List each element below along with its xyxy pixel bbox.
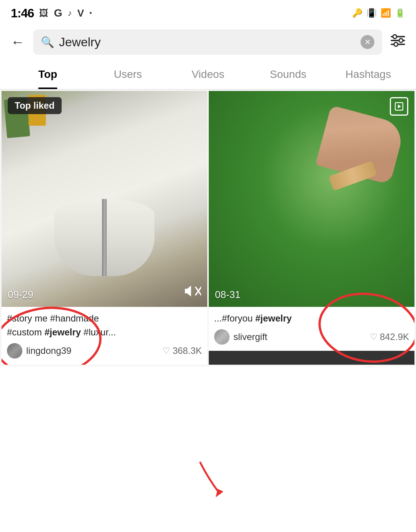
wifi-icon: 📶 bbox=[381, 8, 391, 18]
username-2: slivergift bbox=[233, 332, 366, 342]
tiktok-icon: ♪ bbox=[68, 8, 72, 18]
like-count-1: 368.3K bbox=[173, 345, 202, 356]
likes-1: ♡ 368.3K bbox=[163, 345, 202, 356]
video-tags-2: ...#foryou #jewelry bbox=[214, 311, 409, 325]
key-icon: 🔑 bbox=[352, 8, 362, 18]
video-info-1: #story me #handmade #custom #jewelry #lu… bbox=[2, 307, 207, 365]
heart-icon-1: ♡ bbox=[163, 346, 170, 356]
status-right: 🔑 📳 📶 🔋 bbox=[352, 8, 405, 18]
tab-users[interactable]: Users bbox=[88, 59, 168, 89]
video-date-1: 09-29 bbox=[8, 289, 34, 301]
svg-point-4 bbox=[399, 39, 403, 42]
video-thumbnail-1: Top liked 09-29 bbox=[2, 91, 207, 307]
tab-hashtags[interactable]: Hashtags bbox=[328, 59, 408, 89]
avatar-2 bbox=[214, 329, 230, 345]
video-thumbnail-2: 08-31 bbox=[209, 91, 414, 307]
video-card-2[interactable]: 08-31 ...#foryou #jewelry slivergift ♡ 8… bbox=[209, 91, 414, 365]
status-bar: 1:46 🖼 G ♪ V • 🔑 📳 📶 🔋 bbox=[0, 0, 416, 25]
pottery-visual bbox=[54, 199, 154, 276]
filter-button[interactable] bbox=[387, 32, 408, 52]
clear-icon: ✕ bbox=[364, 37, 371, 47]
svg-marker-9 bbox=[398, 104, 401, 108]
search-bar: ← 🔍 Jewelry ✕ bbox=[0, 25, 416, 59]
search-tabs: Top Users Videos Sounds Hashtags bbox=[0, 59, 416, 89]
svg-point-5 bbox=[394, 42, 398, 46]
battery-icon: 🔋 bbox=[395, 8, 405, 18]
avatar-1 bbox=[7, 343, 22, 359]
image-icon: 🖼 bbox=[39, 8, 49, 19]
svg-marker-10 bbox=[216, 489, 223, 497]
tab-top[interactable]: Top bbox=[8, 59, 88, 89]
like-count-2: 842.9K bbox=[380, 332, 409, 342]
top-liked-badge: Top liked bbox=[8, 97, 62, 114]
status-left: 1:46 🖼 G ♪ V • bbox=[11, 6, 92, 20]
video-meta-2: slivergift ♡ 842.9K bbox=[214, 329, 409, 345]
video-date-2: 08-31 bbox=[215, 289, 241, 301]
likes-2: ♡ 842.9K bbox=[370, 332, 409, 342]
status-time: 1:46 bbox=[11, 6, 34, 20]
clear-search-button[interactable]: ✕ bbox=[361, 35, 374, 49]
back-button[interactable]: ← bbox=[8, 32, 28, 52]
search-input-wrapper[interactable]: 🔍 Jewelry ✕ bbox=[33, 29, 382, 55]
heart-icon-2: ♡ bbox=[370, 332, 377, 342]
tab-videos[interactable]: Videos bbox=[168, 59, 248, 89]
search-icon: 🔍 bbox=[41, 36, 54, 49]
video-info-2: ...#foryou #jewelry slivergift ♡ 842.9K bbox=[209, 307, 414, 351]
dot-icon: • bbox=[89, 9, 92, 17]
play-icon-overlay bbox=[390, 97, 408, 116]
video-image-1 bbox=[2, 91, 207, 307]
google-icon: G bbox=[54, 7, 62, 19]
vibrate-icon: 📳 bbox=[366, 8, 377, 18]
video-tags-1: #story me #handmade #custom #jewelry #lu… bbox=[7, 311, 202, 339]
username-1: lingdong39 bbox=[26, 345, 159, 356]
v-icon: V bbox=[77, 7, 84, 19]
svg-point-3 bbox=[393, 35, 397, 39]
mute-button-1[interactable] bbox=[184, 284, 201, 301]
tab-sounds[interactable]: Sounds bbox=[248, 59, 328, 89]
video-grid: Top liked 09-29 #story me #handmade #cus… bbox=[0, 89, 416, 366]
video-meta-1: lingdong39 ♡ 368.3K bbox=[7, 343, 202, 359]
search-query-text: Jewelry bbox=[59, 35, 356, 49]
video-card-1[interactable]: Top liked 09-29 #story me #handmade #cus… bbox=[2, 91, 207, 365]
video-image-2 bbox=[209, 91, 414, 307]
